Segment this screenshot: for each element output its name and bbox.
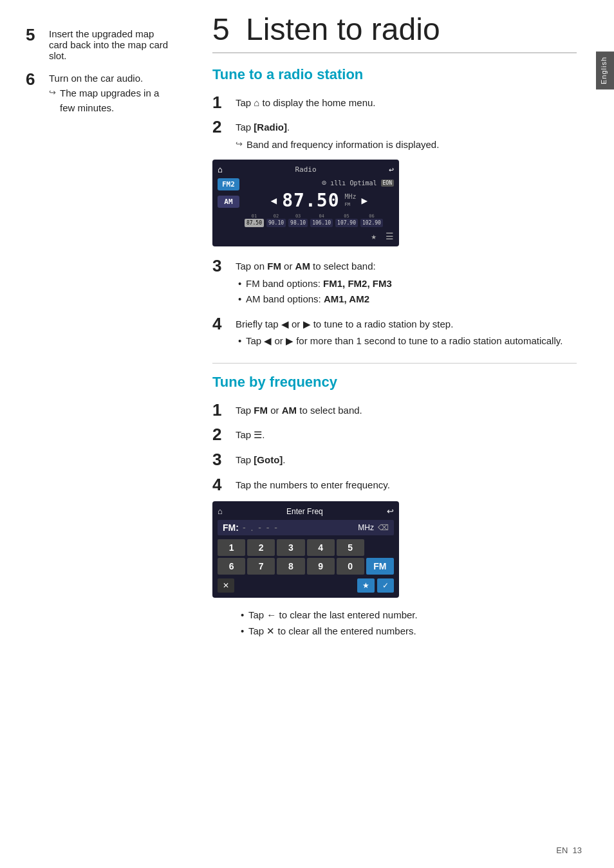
freq-display: 87.50 bbox=[282, 190, 339, 211]
step-6-sub: ↪ The map upgrades in a few minutes. bbox=[49, 86, 174, 115]
sec2-step3-content: Tap [Goto]. bbox=[236, 450, 577, 468]
freq-mhz-label: MHz bbox=[358, 523, 374, 532]
step-5-text: Insert the upgraded map card back into t… bbox=[49, 28, 174, 61]
sec2-step-num-4: 4 bbox=[212, 476, 236, 494]
freq-key-fm[interactable]: FM bbox=[366, 558, 394, 575]
section2-step-2: 2 Tap ☰. bbox=[212, 425, 577, 444]
freq-keypad: 1 2 3 4 5 6 7 8 9 0 FM bbox=[218, 539, 394, 575]
freq-next-btn[interactable]: ▶ bbox=[362, 194, 368, 207]
sec2-step2-text: Tap ☰. bbox=[236, 428, 577, 443]
eon-badge: EON bbox=[381, 180, 394, 187]
freq-screenshot: ⌂ Enter Freq ↩ FM: - . - - - MHz ⌫ 1 2 3… bbox=[212, 501, 399, 598]
preset-1[interactable]: 87.50 bbox=[245, 219, 264, 227]
freq-home-icon: ⌂ bbox=[218, 506, 223, 516]
freq-fm-row: FM: - . - - - MHz ⌫ bbox=[218, 520, 394, 535]
freq-unit: MHzFM bbox=[345, 193, 357, 207]
freq-key-9[interactable]: 9 bbox=[307, 558, 335, 575]
section1-heading: Tune to a radio station bbox=[212, 66, 577, 83]
page-label: EN bbox=[556, 845, 568, 855]
radio-band-column: FM2 AM bbox=[218, 178, 239, 208]
radio-body: FM2 AM ⊙ ıllı Optimal EON ◀ 87.50 MHzFM … bbox=[218, 178, 394, 241]
step2-content: Tap [Radio]. ↪ Band and frequency inform… bbox=[236, 118, 577, 152]
sec2-step4-text: Tap the numbers to enter frequency. bbox=[236, 478, 577, 493]
step-6-sub-text: The map upgrades in a few minutes. bbox=[60, 86, 174, 115]
sec2-step1-text: Tap FM or AM to select band. bbox=[236, 403, 577, 418]
radio-fm-btn[interactable]: FM2 bbox=[218, 178, 239, 190]
page-footer: EN 13 bbox=[556, 845, 582, 855]
cd-icon: ⊙ bbox=[322, 178, 326, 187]
freq-key-0[interactable]: 0 bbox=[337, 558, 364, 575]
step1-text: Tap ⌂ to display the home menu. bbox=[236, 96, 577, 111]
left-step-5: 5 Insert the upgraded map card back into… bbox=[26, 26, 174, 61]
freq-key-7[interactable]: 7 bbox=[247, 558, 275, 575]
freq-prev-btn[interactable]: ◀ bbox=[271, 194, 277, 207]
freq-bullet-1: Tap ← to clear the last entered number. bbox=[238, 608, 577, 623]
left-step-6: 6 Turn on the car audio. ↪ The map upgra… bbox=[26, 70, 174, 115]
freq-bullets: Tap ← to clear the last entered number. … bbox=[212, 608, 577, 638]
freq-key-5[interactable]: 5 bbox=[337, 539, 364, 556]
preset-4[interactable]: 106.10 bbox=[310, 219, 333, 227]
freq-backspace-btn[interactable]: ⌫ bbox=[378, 523, 389, 532]
freq-bottom-controls: ✕ ★ ✓ bbox=[218, 578, 394, 593]
chapter-title: Listen to radio bbox=[246, 12, 440, 46]
radio-main-display: ⊙ ıllı Optimal EON ◀ 87.50 MHzFM ▶ 01 87… bbox=[245, 178, 394, 241]
language-tab: English bbox=[596, 51, 614, 89]
step-num-4: 4 bbox=[212, 315, 236, 333]
signal-indicator: ıllı bbox=[330, 180, 346, 187]
radio-freq-row: ◀ 87.50 MHzFM ▶ bbox=[245, 190, 394, 211]
freq-ok-btn[interactable]: ✓ bbox=[377, 578, 394, 593]
sec2-step3-text: Tap [Goto]. bbox=[236, 453, 577, 468]
step4-content: Briefly tap ◀ or ▶ to tune to a radio st… bbox=[236, 315, 577, 350]
step-5-content: Insert the upgraded map card back into t… bbox=[49, 26, 174, 61]
step3-bullets: FM band options: FM1, FM2, FM3 AM band o… bbox=[236, 277, 577, 307]
section1-step-2: 2 Tap [Radio]. ↪ Band and frequency info… bbox=[212, 118, 577, 152]
chapter-heading: 5 Listen to radio bbox=[212, 13, 577, 53]
step2-sub: ↪ Band and frequency information is disp… bbox=[236, 138, 577, 152]
sec2-step1-content: Tap FM or AM to select band. bbox=[236, 401, 577, 418]
freq-key-6[interactable]: 6 bbox=[218, 558, 245, 575]
sec2-step-num-3: 3 bbox=[212, 450, 236, 469]
step-num-1: 1 bbox=[212, 93, 236, 112]
freq-key-2[interactable]: 2 bbox=[247, 539, 275, 556]
radio-bottom-controls: ★ ☰ bbox=[245, 231, 394, 241]
radio-menu-btn[interactable]: ☰ bbox=[386, 231, 394, 241]
step4-bullet-1: Tap ◀ or ▶ for more than 1 second to tun… bbox=[236, 334, 577, 349]
step2-sub-text: Band and frequency information is displa… bbox=[247, 138, 439, 152]
section2-heading: Tune by frequency bbox=[212, 374, 577, 391]
page-number: 13 bbox=[573, 845, 582, 855]
step3-content: Tap on FM or AM to select band: FM band … bbox=[236, 257, 577, 308]
arrow-symbol: ↪ bbox=[49, 88, 56, 97]
radio-am-btn[interactable]: AM bbox=[218, 196, 239, 208]
step-num-2: 2 bbox=[212, 118, 236, 136]
step-number-6: 6 bbox=[26, 70, 49, 89]
preset-5[interactable]: 107.90 bbox=[335, 219, 358, 227]
freq-back-icon: ↩ bbox=[387, 506, 394, 516]
step-number-5: 5 bbox=[26, 26, 49, 44]
right-column: 5 Listen to radio Tune to a radio statio… bbox=[193, 0, 596, 665]
section1-step-4: 4 Briefly tap ◀ or ▶ to tune to a radio … bbox=[212, 315, 577, 350]
radio-presets: 01 87.50 02 90.10 03 98.10 04 bbox=[245, 214, 394, 227]
sec2-step-num-2: 2 bbox=[212, 425, 236, 444]
freq-key-3[interactable]: 3 bbox=[277, 539, 304, 556]
section1-step-1: 1 Tap ⌂ to display the home menu. bbox=[212, 93, 577, 112]
arrow-symbol-2: ↪ bbox=[236, 139, 243, 149]
freq-key-8[interactable]: 8 bbox=[277, 558, 304, 575]
freq-key-4[interactable]: 4 bbox=[307, 539, 335, 556]
freq-star-btn[interactable]: ★ bbox=[357, 578, 375, 593]
step3-text: Tap on FM or AM to select band: bbox=[236, 259, 577, 274]
freq-key-empty-1 bbox=[366, 539, 394, 556]
preset-3[interactable]: 98.10 bbox=[288, 219, 308, 227]
step3-bullet-1: FM band options: FM1, FM2, FM3 bbox=[236, 277, 577, 291]
freq-key-1[interactable]: 1 bbox=[218, 539, 245, 556]
radio-star-btn[interactable]: ★ bbox=[371, 231, 377, 241]
sec2-step4-content: Tap the numbers to enter frequency. bbox=[236, 476, 577, 493]
preset-2[interactable]: 90.10 bbox=[266, 219, 286, 227]
sec2-step2-content: Tap ☰. bbox=[236, 425, 577, 443]
chapter-number: 5 bbox=[212, 12, 230, 46]
freq-cancel-btn[interactable]: ✕ bbox=[218, 578, 234, 593]
freq-bullet-2: Tap ✕ to clear all the entered numbers. bbox=[238, 624, 577, 639]
freq-dots: - . - - - bbox=[243, 522, 358, 533]
radio-home-icon: ⌂ bbox=[218, 165, 223, 174]
section1-step-3: 3 Tap on FM or AM to select band: FM ban… bbox=[212, 257, 577, 308]
preset-6[interactable]: 102.90 bbox=[360, 219, 383, 227]
